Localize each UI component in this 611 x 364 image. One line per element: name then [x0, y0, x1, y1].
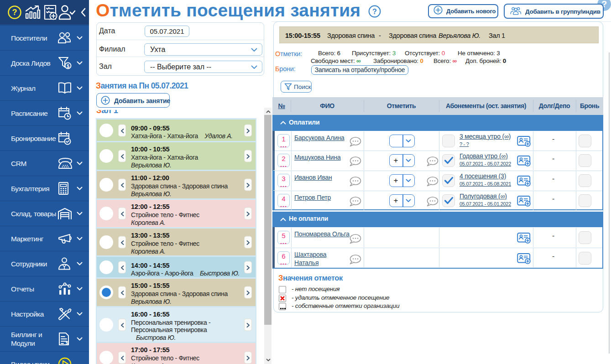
svg-text:?: ?	[372, 8, 377, 16]
svg-text:$: $	[67, 64, 69, 69]
svg-text:?: ?	[12, 8, 17, 17]
svg-text:$: $	[66, 340, 68, 346]
